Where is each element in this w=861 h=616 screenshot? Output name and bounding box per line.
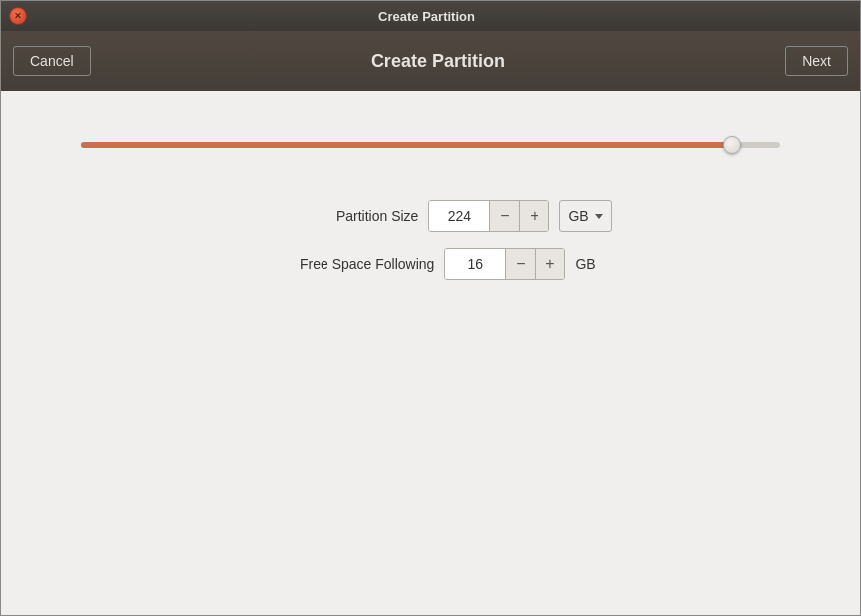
slider-fill — [81, 142, 725, 148]
free-space-row: Free Space Following − + GB — [265, 248, 595, 280]
free-space-decrement-button[interactable]: − — [505, 249, 535, 279]
partition-size-unit-label: GB — [568, 208, 588, 224]
free-space-label: Free Space Following — [265, 256, 434, 272]
partition-size-unit-select[interactable]: GB — [559, 200, 611, 232]
free-space-unit-label: GB — [575, 256, 595, 272]
titlebar-title: Create Partition — [27, 9, 826, 24]
free-space-increment-button[interactable]: + — [535, 249, 564, 279]
toolbar-title: Create Partition — [91, 51, 786, 72]
partition-size-row: Partition Size − + GB — [249, 200, 611, 232]
toolbar: Cancel Create Partition Next — [1, 31, 860, 91]
window: Create Partition Cancel Create Partition… — [0, 0, 861, 616]
free-space-spinbox: − + — [444, 248, 565, 280]
partition-size-increment-button[interactable]: + — [519, 201, 548, 231]
slider-track — [81, 142, 780, 148]
slider-thumb[interactable] — [723, 136, 741, 154]
content-area: Partition Size − + GB Free Space Followi… — [1, 91, 860, 615]
close-button[interactable] — [9, 7, 27, 25]
partition-size-decrement-button[interactable]: − — [489, 201, 519, 231]
partition-slider-container — [81, 130, 780, 160]
free-space-input[interactable] — [445, 249, 505, 279]
partition-size-label: Partition Size — [249, 208, 418, 224]
titlebar: Create Partition — [1, 1, 860, 31]
partition-size-input[interactable] — [429, 201, 489, 231]
fields-container: Partition Size − + GB Free Space Followi… — [41, 200, 820, 280]
next-button[interactable]: Next — [785, 46, 848, 76]
cancel-button[interactable]: Cancel — [13, 46, 91, 76]
partition-size-spinbox: − + — [428, 200, 549, 232]
chevron-down-icon — [595, 214, 603, 219]
